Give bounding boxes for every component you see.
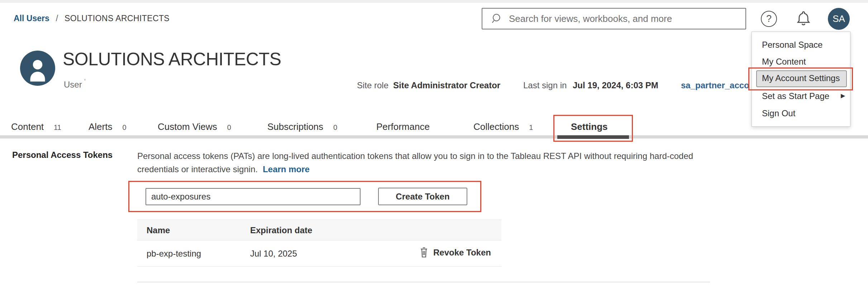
tab-collections-label: Collections (473, 121, 519, 132)
revoke-token-label: Revoke Token (433, 248, 491, 258)
bell-icon (794, 9, 813, 28)
token-name-input[interactable] (146, 188, 361, 205)
user-type-label: User (64, 80, 82, 90)
user-type-tick: ' (84, 78, 86, 86)
search-input[interactable] (503, 9, 745, 29)
menu-item-my-account-settings-label: My Account Settings (762, 73, 840, 83)
tab-custom-views-count: 0 (227, 123, 231, 132)
create-token-button[interactable]: Create Token (378, 188, 467, 205)
pat-section-label: Personal Access Tokens (12, 150, 113, 160)
top-window-strip (0, 0, 868, 3)
breadcrumb-separator: / (56, 14, 58, 23)
menu-item-my-content[interactable]: My Content (762, 56, 806, 67)
tab-content-count: 11 (54, 123, 61, 132)
tab-custom-views[interactable]: Custom Views 0 (158, 121, 231, 132)
tab-content[interactable]: Content 11 (11, 121, 61, 132)
person-icon (20, 51, 55, 86)
site-role-value: Site Administrator Creator (393, 80, 500, 90)
question-mark-icon: ? (766, 13, 772, 24)
search-icon (490, 12, 503, 25)
token-name-cell: pb-exp-testing (147, 249, 201, 259)
pat-description-line1: Personal access tokens (PATs) are long-l… (137, 151, 693, 161)
last-sign-in-label: Last sign in (523, 80, 567, 90)
notifications-button[interactable] (794, 9, 813, 28)
pat-description: Personal access tokens (PATs) are long-l… (137, 149, 714, 176)
tab-collections-count: 1 (529, 123, 533, 132)
menu-item-sign-out[interactable]: Sign Out (762, 108, 795, 119)
user-avatar-button[interactable]: SA (828, 8, 850, 30)
token-expiration-cell: Jul 10, 2025 (250, 249, 297, 259)
tab-performance[interactable]: Performance (376, 121, 430, 132)
token-table-header: Name Expiration date (137, 220, 501, 240)
search-bar[interactable] (482, 8, 746, 29)
tab-subscriptions[interactable]: Subscriptions 0 (267, 121, 337, 132)
tab-performance-label: Performance (376, 121, 430, 132)
tab-alerts-label: Alerts (89, 121, 112, 132)
tab-subscriptions-label: Subscriptions (267, 121, 323, 132)
last-sign-in-value: Jul 19, 2024, 6:03 PM (573, 80, 658, 90)
table-row: pb-exp-testing Jul 10, 2025 Revoke Token (137, 240, 501, 267)
account-menu: Personal Space My Content My Account Set… (752, 32, 850, 127)
menu-item-set-as-start-page[interactable]: Set as Start Page (762, 90, 829, 102)
section-divider (137, 282, 710, 282)
avatar-initials: SA (833, 13, 845, 24)
tab-alerts-count: 0 (122, 123, 126, 132)
profile-avatar (20, 51, 55, 86)
revoke-token-button[interactable]: Revoke Token (419, 246, 491, 259)
column-header-name: Name (147, 225, 170, 235)
tab-alerts[interactable]: Alerts 0 (89, 121, 127, 132)
trash-icon (419, 246, 429, 259)
tableau-user-settings-page: All Users / SOLUTIONS ARCHITECTS ? SA Pe… (0, 0, 868, 305)
menu-item-personal-space[interactable]: Personal Space (762, 39, 822, 51)
help-button[interactable]: ? (761, 11, 777, 27)
column-header-expiration: Expiration date (250, 225, 312, 235)
breadcrumb-all-users-link[interactable]: All Users (14, 14, 49, 23)
breadcrumb-current: SOLUTIONS ARCHITECTS (65, 14, 170, 23)
page-title: SOLUTIONS ARCHITECTS (63, 49, 281, 70)
menu-item-my-account-settings[interactable]: My Account Settings (756, 70, 847, 87)
tab-subscriptions-count: 0 (333, 123, 337, 132)
submenu-arrow-icon: ▶ (841, 92, 845, 99)
username-link[interactable]: sa_partner_accou (681, 80, 749, 90)
tab-custom-views-label: Custom Views (158, 121, 217, 132)
tab-selected-indicator (557, 135, 629, 139)
tab-settings-label: Settings (571, 121, 608, 132)
tab-collections[interactable]: Collections 1 (473, 121, 533, 132)
breadcrumb: All Users / SOLUTIONS ARCHITECTS (14, 14, 170, 23)
site-role-label: Site role (357, 80, 388, 90)
learn-more-link[interactable]: Learn more (263, 164, 310, 174)
tab-content-label: Content (11, 121, 44, 132)
tab-settings[interactable]: Settings (571, 121, 608, 132)
pat-description-line2: credentials or interactive signin. (137, 164, 258, 174)
tab-bar-track (0, 135, 868, 139)
